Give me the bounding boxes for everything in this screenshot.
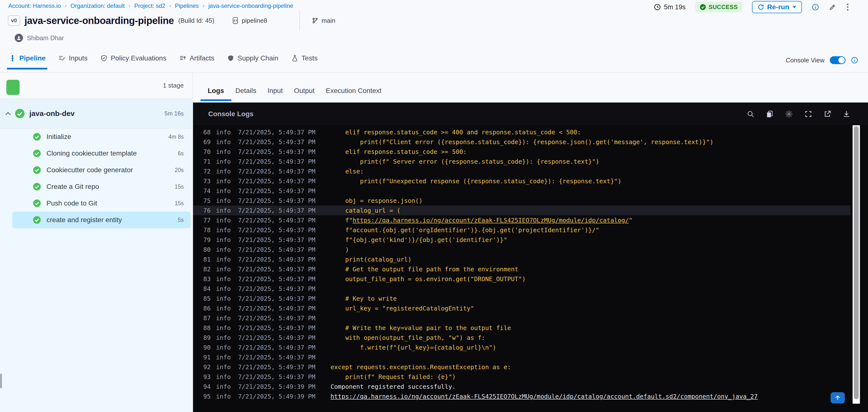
- detail-tab-logs[interactable]: Logs: [208, 87, 224, 102]
- rerun-button[interactable]: Re-run: [752, 1, 802, 13]
- log-line-number: 89: [193, 334, 211, 341]
- settings-gear-icon[interactable]: [785, 110, 793, 118]
- title-row: v0 java-service-onboarding-pipeline (Bui…: [8, 13, 335, 28]
- pipeline-ref[interactable]: pipeline8: [232, 17, 267, 25]
- step-details-panel: LogsDetailsInputOutputExecution Context …: [193, 72, 868, 412]
- log-row: 83info7/21/2025, 5:49:37 PMoutput_file_p…: [193, 274, 850, 284]
- log-row: 95info7/21/2025, 5:49:39 PMhttps://qa.ha…: [193, 391, 850, 401]
- open-in-new-icon[interactable]: [824, 110, 831, 118]
- tab-artifacts[interactable]: Artifacts: [179, 54, 214, 62]
- log-timestamp: 7/21/2025, 5:49:37 PM: [238, 256, 320, 263]
- scroll-to-top-button[interactable]: [831, 392, 845, 404]
- log-level: info: [216, 344, 231, 351]
- log-row: 86info7/21/2025, 5:49:37 PMurl_key = "re…: [193, 304, 850, 313]
- log-link[interactable]: https://qa.harness.io/ng/account/zEaak-F…: [331, 393, 758, 400]
- log-timestamp: 7/21/2025, 5:49:37 PM: [238, 129, 320, 136]
- step-duration: 15s: [175, 184, 184, 190]
- log-line-number: 86: [193, 305, 211, 312]
- log-line-number: 93: [193, 373, 211, 380]
- step-success-icon: [33, 149, 41, 158]
- clock-icon: [654, 3, 661, 11]
- tab-tests[interactable]: Tests: [291, 54, 317, 62]
- search-icon[interactable]: [747, 110, 754, 118]
- log-level: info: [216, 236, 231, 244]
- fullscreen-icon[interactable]: [804, 110, 812, 118]
- console-view-toggle[interactable]: [830, 56, 845, 64]
- log-scrollbar-thumb[interactable]: [854, 126, 859, 399]
- step-row[interactable]: Push code to Git15s: [12, 195, 191, 212]
- tab-policy-evaluations[interactable]: Policy Evaluations: [100, 54, 166, 62]
- detail-tab-execution-context[interactable]: Execution Context: [326, 87, 381, 102]
- log-timestamp: 7/21/2025, 5:49:37 PM: [238, 266, 320, 273]
- sidebar-scrollbar[interactable]: [0, 374, 2, 388]
- log-level: info: [216, 158, 231, 165]
- log-level: info: [216, 246, 231, 253]
- detail-tab-details[interactable]: Details: [235, 87, 256, 102]
- log-level: info: [216, 129, 231, 136]
- log-level: info: [216, 187, 231, 194]
- chevron-up-icon[interactable]: [5, 111, 11, 116]
- log-level: info: [216, 324, 231, 331]
- info-icon[interactable]: [812, 3, 819, 11]
- breadcrumb-item[interactable]: Pipelines: [175, 2, 199, 9]
- main-tab-bar: PipelineInputsPolicy EvaluationsArtifact…: [9, 54, 317, 62]
- log-line-number: 77: [193, 217, 211, 224]
- step-success-icon: [33, 199, 41, 208]
- log-scrollbar[interactable]: [852, 125, 860, 404]
- inputs-icon: [58, 55, 66, 62]
- breadcrumb-item[interactable]: Account: Harness.io: [8, 2, 61, 9]
- log-timestamp: 7/21/2025, 5:49:37 PM: [238, 324, 320, 331]
- log-timestamp: 7/21/2025, 5:49:37 PM: [238, 187, 320, 194]
- stage-duration: 5m 16s: [164, 110, 184, 117]
- breadcrumb-item[interactable]: Organization: default: [70, 2, 125, 9]
- supply-chain-icon: [227, 55, 235, 62]
- log-link[interactable]: https://qa.harness.io/ng/account/zEaak-F…: [352, 217, 629, 224]
- step-row[interactable]: Cloning cookiecutter template6s: [12, 145, 191, 162]
- breadcrumb-item[interactable]: Project: sd2: [134, 2, 165, 9]
- log-line-number: 91: [193, 354, 211, 361]
- stage-row[interactable]: java-onb-dev 5m 16s: [0, 99, 192, 128]
- log-timestamp: 7/21/2025, 5:49:37 PM: [238, 236, 320, 244]
- step-row[interactable]: Create a Git repo15s: [12, 178, 191, 195]
- log-row: 79info7/21/2025, 5:49:37 PMf"{obj.get('k…: [193, 235, 850, 245]
- log-line-number: 92: [193, 363, 211, 371]
- log-message: with open(output_file_path, "w") as f:: [331, 334, 485, 341]
- log-line-number: 69: [193, 138, 211, 146]
- log-level: info: [216, 227, 231, 234]
- tab-supply-chain[interactable]: Supply Chain: [227, 54, 278, 62]
- step-success-icon: [33, 183, 41, 191]
- step-row[interactable]: Cookiecutter code generator20s: [12, 162, 191, 178]
- tab-pipeline[interactable]: Pipeline: [9, 54, 45, 62]
- log-level: info: [216, 197, 231, 204]
- copy-icon[interactable]: [766, 110, 774, 118]
- step-row[interactable]: Initialize4m 8s: [12, 128, 191, 145]
- log-timestamp: 7/21/2025, 5:49:37 PM: [238, 197, 320, 204]
- check-circle-icon: [700, 4, 706, 10]
- detail-tab-output[interactable]: Output: [294, 87, 315, 102]
- log-timestamp: 7/21/2025, 5:49:37 PM: [238, 246, 320, 253]
- log-level: info: [216, 383, 231, 390]
- log-message: print(catalog_url): [331, 256, 411, 263]
- console-toolbar: [747, 110, 850, 118]
- repo-icon: [232, 17, 239, 24]
- log-timestamp: 7/21/2025, 5:49:37 PM: [238, 276, 320, 283]
- step-row[interactable]: create and register entity5s: [12, 212, 191, 228]
- branch-ref[interactable]: main: [312, 17, 335, 25]
- log-message: print(f"Client error ({response.status_c…: [331, 138, 713, 146]
- breadcrumb-item[interactable]: java-service-onboarding-pipeline: [209, 2, 293, 9]
- log-timestamp: 7/21/2025, 5:49:37 PM: [238, 178, 320, 185]
- breadcrumb-separator: ›: [203, 3, 204, 9]
- stage-minimap-square[interactable]: [6, 80, 20, 95]
- log-viewer[interactable]: 68info7/21/2025, 5:49:37 PMelif response…: [193, 125, 850, 412]
- console-view-info-icon[interactable]: [851, 57, 858, 64]
- tab-inputs[interactable]: Inputs: [58, 54, 87, 62]
- log-message: f"{obj.get('kind')}/{obj.get('identifier…: [331, 236, 507, 244]
- kebab-menu-icon[interactable]: [846, 3, 849, 11]
- download-icon[interactable]: [842, 110, 850, 118]
- edit-pencil-icon[interactable]: [829, 3, 836, 11]
- tab-label: Policy Evaluations: [111, 54, 166, 62]
- step-list: Initialize4m 8sCloning cookiecutter temp…: [0, 128, 192, 412]
- log-row: 73info7/21/2025, 5:49:37 PMprint(f"Unexp…: [193, 176, 850, 186]
- detail-tab-bar: LogsDetailsInputOutputExecution Context: [193, 72, 868, 102]
- detail-tab-input[interactable]: Input: [268, 87, 283, 102]
